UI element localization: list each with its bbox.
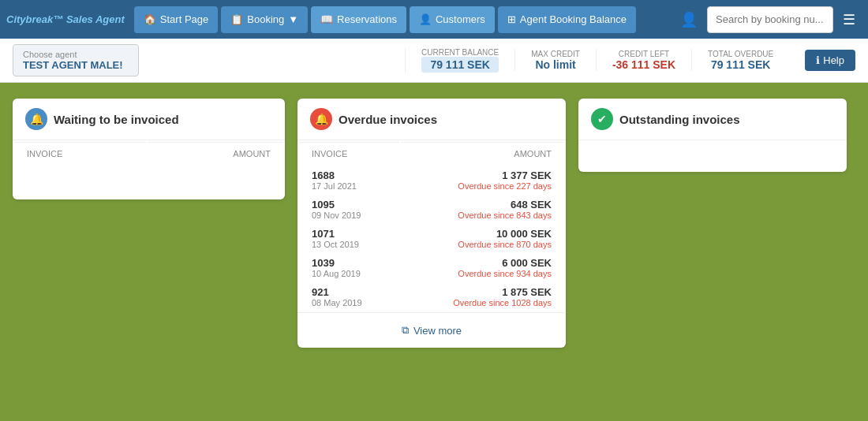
waiting-card-title: Waiting to be invoiced bbox=[54, 113, 179, 126]
overdue-invoice-row: 1039 10 Aug 2019 6 000 SEK Overdue since… bbox=[299, 254, 564, 281]
main-content: 🔔 Waiting to be invoiced INVOICE AMOUNT … bbox=[0, 83, 868, 363]
invoice-number: 921 bbox=[312, 286, 387, 298]
reservations-button[interactable]: 📖 Reservations bbox=[311, 6, 406, 33]
view-more-button[interactable]: ⧉ View more bbox=[402, 324, 462, 337]
customers-button[interactable]: 👤 Customers bbox=[410, 6, 495, 33]
overdue-bell-icon: 🔔 bbox=[310, 108, 332, 130]
invoice-amount: 1 377 SEK bbox=[413, 170, 552, 181]
overdue-card-header: 🔔 Overdue invoices bbox=[297, 99, 566, 140]
invoice-overdue-label: Overdue since 870 days bbox=[413, 240, 552, 249]
invoice-number: 1688 bbox=[312, 170, 387, 181]
invoice-overdue-label: Overdue since 934 days bbox=[413, 269, 552, 278]
dropdown-arrow-icon: ▼ bbox=[288, 13, 298, 25]
waiting-invoice-col-header: INVOICE bbox=[14, 142, 146, 165]
invoice-number: 1039 bbox=[312, 257, 387, 269]
user-profile-button[interactable]: 👤 bbox=[674, 8, 704, 32]
brand-logo: Citybreak™ Sales Agent bbox=[6, 13, 125, 25]
outstanding-empty-area bbox=[578, 140, 847, 172]
invoice-overdue-label: Overdue since 843 days bbox=[413, 210, 552, 220]
agent-label: Choose agent bbox=[23, 50, 129, 59]
booking-icon: 📋 bbox=[230, 13, 243, 25]
menu-button[interactable]: ☰ bbox=[836, 8, 862, 32]
invoice-overdue-label: Overdue since 227 days bbox=[413, 181, 552, 191]
help-button[interactable]: ℹ Help bbox=[805, 50, 855, 71]
invoice-amount: 648 SEK bbox=[413, 199, 552, 210]
waiting-amount-col-header: AMOUNT bbox=[148, 142, 283, 165]
invoice-date: 17 Jul 2021 bbox=[312, 181, 387, 191]
user-icon: 👤 bbox=[680, 12, 698, 28]
invoice-date: 10 Aug 2019 bbox=[312, 269, 387, 278]
customers-icon: 👤 bbox=[419, 13, 432, 25]
view-more-row: ⧉ View more bbox=[297, 312, 566, 348]
hamburger-icon: ☰ bbox=[843, 12, 855, 28]
max-credit-item: MAX CREDIT No limit bbox=[514, 50, 596, 71]
agent-booking-balance-button[interactable]: ⊞ Agent Booking Balance bbox=[498, 6, 636, 33]
overdue-card-title: Overdue invoices bbox=[339, 113, 437, 126]
current-balance-item: CURRENT BALANCE 79 111 SEK bbox=[405, 48, 514, 73]
invoice-overdue-label: Overdue since 1028 days bbox=[413, 298, 552, 307]
home-icon: 🏠 bbox=[144, 13, 156, 25]
overdue-amount-col-header: AMOUNT bbox=[401, 142, 564, 165]
overdue-invoice-row: 1688 17 Jul 2021 1 377 SEK Overdue since… bbox=[299, 166, 564, 194]
bell-icon: 🔔 bbox=[25, 108, 47, 130]
balance-bar: Choose agent TEST AGENT MALE! CURRENT BA… bbox=[0, 39, 868, 83]
invoice-date: 08 May 2019 bbox=[312, 298, 387, 307]
overdue-invoice-row: 921 08 May 2019 1 875 SEK Overdue since … bbox=[299, 283, 564, 311]
expand-icon: ⧉ bbox=[402, 324, 409, 337]
outstanding-card-header: ✔ Outstanding invoices bbox=[578, 99, 847, 140]
invoice-number: 1095 bbox=[312, 199, 387, 210]
invoice-amount: 1 875 SEK bbox=[413, 286, 552, 298]
overdue-invoice-row: 1071 13 Oct 2019 10 000 SEK Overdue sinc… bbox=[299, 225, 564, 252]
search-input[interactable] bbox=[707, 6, 833, 33]
outstanding-card-title: Outstanding invoices bbox=[619, 113, 740, 126]
waiting-card-header: 🔔 Waiting to be invoiced bbox=[13, 99, 285, 140]
waiting-to-be-invoiced-card: 🔔 Waiting to be invoiced INVOICE AMOUNT bbox=[13, 99, 285, 199]
invoice-number: 1071 bbox=[312, 228, 387, 240]
total-overdue-item: TOTAL OVERDUE 79 111 SEK bbox=[691, 50, 789, 71]
overdue-invoices-card: 🔔 Overdue invoices INVOICE AMOUNT 1688 1… bbox=[297, 99, 566, 348]
invoice-amount: 6 000 SEK bbox=[413, 257, 552, 269]
start-page-button[interactable]: 🏠 Start Page bbox=[134, 6, 218, 33]
reservations-icon: 📖 bbox=[320, 13, 333, 25]
credit-left-item: CREDIT LEFT -36 111 SEK bbox=[596, 50, 691, 71]
navbar: Citybreak™ Sales Agent 🏠 Start Page 📋 Bo… bbox=[0, 0, 868, 39]
info-icon: ℹ bbox=[816, 54, 820, 66]
overdue-table: INVOICE AMOUNT 1688 17 Jul 2021 1 377 SE… bbox=[297, 140, 566, 312]
invoice-date: 13 Oct 2019 bbox=[312, 240, 387, 249]
waiting-empty-row bbox=[14, 166, 283, 198]
overdue-invoice-col-header: INVOICE bbox=[299, 142, 399, 165]
outstanding-invoices-card: ✔ Outstanding invoices bbox=[578, 99, 847, 172]
outstanding-check-icon: ✔ bbox=[591, 108, 613, 130]
booking-button[interactable]: 📋 Booking ▼ bbox=[221, 6, 308, 33]
invoice-date: 09 Nov 2019 bbox=[312, 210, 387, 220]
balance-icon: ⊞ bbox=[507, 13, 516, 25]
waiting-table: INVOICE AMOUNT bbox=[13, 140, 285, 199]
agent-selector-button[interactable]: Choose agent TEST AGENT MALE! bbox=[13, 44, 139, 76]
overdue-invoice-row: 1095 09 Nov 2019 648 SEK Overdue since 8… bbox=[299, 196, 564, 223]
invoice-amount: 10 000 SEK bbox=[413, 228, 552, 240]
agent-name: TEST AGENT MALE! bbox=[23, 59, 129, 71]
